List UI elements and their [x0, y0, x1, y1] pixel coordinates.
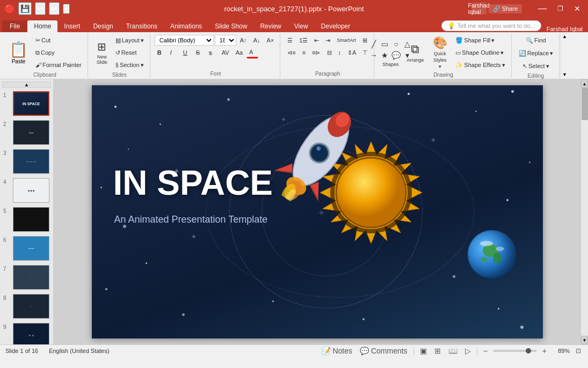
replace-button[interactable]: 🔄 Replace ▾ — [516, 47, 556, 59]
shape-effects-button[interactable]: ✨ Shape Effects ▾ — [453, 59, 507, 71]
ribbon-scroll-down[interactable]: ▼ — [561, 71, 568, 78]
reading-view-button[interactable]: 📖 — [447, 347, 459, 355]
copy-button[interactable]: ⧉ Copy — [33, 47, 84, 58]
slide-thumb-5[interactable]: 5 · · · — [2, 206, 51, 233]
font-row1: Calibri (Body) 18 A↑ A↓ A× — [155, 34, 277, 46]
increase-indent-button[interactable]: ⇥ — [323, 34, 333, 46]
tell-me-container[interactable]: 💡 Tell me what you want to do... — [441, 20, 541, 32]
quick-styles-button[interactable]: 🎨 Quick Styles ▾ — [428, 38, 452, 67]
spacing-button[interactable]: AV — [219, 47, 232, 58]
shape-circle[interactable]: ○ — [391, 39, 402, 49]
comments-button[interactable]: 💬 Comments — [358, 347, 409, 355]
tab-animations[interactable]: Animations — [164, 20, 208, 32]
panel-scroll-up[interactable]: ▲ — [2, 82, 51, 88]
redo-button[interactable]: ↪ — [49, 2, 60, 15]
undo-button[interactable]: ↩ — [35, 2, 46, 15]
minimize-button[interactable]: — — [535, 3, 550, 14]
format-painter-button[interactable]: 🖌 Format Painter — [33, 59, 84, 71]
slide-thumb-8[interactable]: 8 --- — [2, 293, 51, 320]
scroll-thumb[interactable] — [582, 88, 588, 120]
text-direction-button[interactable]: ⇕A — [345, 47, 359, 58]
tab-home[interactable]: Home — [27, 20, 57, 32]
share-button[interactable]: 🔗 Share — [489, 4, 522, 13]
normal-view-button[interactable]: ▣ — [418, 347, 429, 355]
close-button[interactable]: ✕ — [571, 3, 584, 14]
save-button[interactable]: 💾 — [18, 2, 32, 15]
maximize-button[interactable]: ❐ — [554, 4, 567, 13]
bold-button[interactable]: B — [155, 47, 166, 58]
slide-thumb-4[interactable]: 4 ■ ■ ■ — [2, 177, 51, 204]
align-center-button[interactable]: ≡ — [300, 47, 308, 58]
shadow-button[interactable]: s — [206, 47, 218, 58]
change-case-button[interactable]: Aa — [233, 47, 245, 58]
decrease-font-button[interactable]: A↓ — [251, 34, 263, 46]
shape-callout[interactable]: 💬 — [391, 50, 402, 61]
slideshow-button[interactable]: ▷ — [463, 347, 473, 355]
font-size-select[interactable]: 18 — [215, 35, 236, 46]
font-color-button[interactable]: A — [246, 47, 258, 58]
align-left-button[interactable]: ⊲≡ — [285, 47, 298, 58]
italic-button[interactable]: I — [168, 47, 179, 58]
underline-button[interactable]: U — [180, 47, 192, 58]
slide-canvas[interactable]: ✦ ✦ ✦ ✦ ✦ ✦ — [92, 85, 543, 338]
scroll-up-button[interactable]: ▲ — [581, 79, 588, 88]
decrease-indent-button[interactable]: ⇤ — [311, 34, 322, 46]
reset-button[interactable]: ↺ Reset — [113, 47, 147, 58]
tab-transitions[interactable]: Transitions — [120, 20, 164, 32]
arrange-button[interactable]: ⧉ Arrange — [403, 38, 427, 67]
zoom-slider[interactable] — [493, 350, 536, 352]
notes-button[interactable]: 📝 Notes — [320, 347, 354, 355]
slide-thumb-7[interactable]: 7 ··· — [2, 264, 51, 291]
scroll-track — [581, 88, 588, 336]
font-name-select[interactable]: Calibri (Body) — [155, 35, 214, 46]
slide-thumb-9[interactable]: 9 ★ ★ — [2, 322, 51, 344]
clear-format-button[interactable]: A× — [264, 34, 277, 46]
increase-font-button[interactable]: A↑ — [237, 34, 250, 46]
scroll-down-button[interactable]: ▼ — [581, 336, 588, 344]
paste-button[interactable]: 📋 Paste — [5, 38, 32, 67]
tab-slideshow[interactable]: Slide Show — [208, 20, 253, 32]
zoom-out-button[interactable]: − — [482, 347, 489, 355]
zoom-in-button[interactable]: + — [541, 347, 548, 355]
strikethrough-button[interactable]: S — [193, 47, 205, 58]
user-account[interactable]: Farshad Iqbal — [471, 3, 487, 14]
vertical-scrollbar[interactable]: ▲ ▼ — [580, 79, 588, 344]
star-14 — [272, 300, 274, 302]
zoom-thumb[interactable] — [526, 348, 531, 354]
tab-insert[interactable]: Insert — [57, 20, 86, 32]
shape-arrow[interactable]: → — [368, 50, 379, 61]
shape-line[interactable]: ╱ — [368, 39, 379, 49]
slide-sorter-button[interactable]: ⊞ — [433, 347, 442, 355]
bullets-button[interactable]: ☰ — [285, 34, 295, 46]
tell-me-input[interactable]: 💡 Tell me what you want to do... — [441, 20, 541, 31]
slide-thumb-2[interactable]: 2 ●●● — [2, 119, 51, 146]
tab-view[interactable]: View — [288, 20, 315, 32]
justify-button[interactable]: ⊟ — [324, 47, 335, 58]
slide-thumb-6[interactable]: 6 ═══ — [2, 235, 51, 262]
numbering-button[interactable]: 1☰ — [296, 34, 310, 46]
find-button[interactable]: 🔍 Find — [523, 34, 548, 46]
tab-file[interactable]: File — [2, 20, 27, 32]
new-slide-button[interactable]: ⊞ New Slide — [92, 38, 112, 67]
fit-slide-button[interactable]: ⊡ — [574, 347, 583, 355]
slide-thumb-1[interactable]: 1 IN SPACE — [2, 90, 51, 117]
shape-rect[interactable]: ▭ — [380, 39, 390, 49]
smartart-button[interactable]: SmartArt — [334, 34, 359, 46]
shape-outline-button[interactable]: ▭ Shape Outline ▾ — [453, 47, 507, 58]
shape-fill-button[interactable]: 🪣 Shape Fill ▾ — [453, 34, 507, 46]
shapes-button[interactable]: ╱ ▭ ○ △ → ★ 💬 ▾ Shapes — [379, 38, 402, 67]
align-right-button[interactable]: ≡⊳ — [309, 47, 323, 58]
cut-button[interactable]: ✂ Cut — [33, 34, 84, 46]
slide-thumb-3[interactable]: 3 — — — — [2, 148, 51, 175]
select-button[interactable]: ↖ Select ▾ — [520, 60, 552, 72]
tab-design[interactable]: Design — [86, 20, 119, 32]
tab-review[interactable]: Review — [253, 20, 287, 32]
ribbon-scroll-up[interactable]: ▲ — [561, 33, 568, 40]
shape-star[interactable]: ★ — [380, 50, 390, 61]
tab-developer[interactable]: Developer — [315, 20, 357, 32]
line-spacing-button[interactable]: ↕ — [336, 47, 344, 58]
earth — [468, 230, 516, 278]
section-button[interactable]: § Section ▾ — [113, 59, 147, 71]
customize-qa-button[interactable]: ▾ — [63, 4, 70, 14]
layout-button[interactable]: ▤ Layout ▾ — [113, 34, 147, 46]
